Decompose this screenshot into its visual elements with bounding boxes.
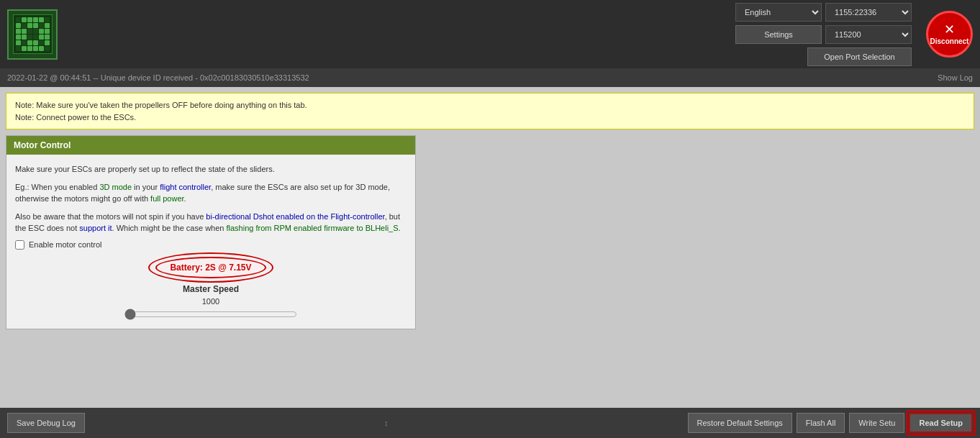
- description1: Make sure your ESCs are properly set up …: [15, 163, 407, 175]
- save-debug-button[interactable]: Save Debug Log: [7, 413, 85, 433]
- enable-motor-label: Enable motor control: [29, 240, 102, 249]
- flash-all-button[interactable]: Flash All: [797, 413, 845, 433]
- header-row-mid: Settings 115200: [735, 25, 912, 44]
- note-banner: Note: Make sure you've taken the propell…: [6, 93, 974, 129]
- write-setup-button[interactable]: Write Setu: [849, 413, 904, 433]
- status-message: 2022-01-22 @ 00:44:51 -- Unique device I…: [7, 73, 309, 82]
- disconnect-button[interactable]: ✕ Disconnect: [926, 11, 973, 58]
- settings-button[interactable]: Settings: [735, 25, 822, 44]
- header-row-top: English German French 1155:22336: [735, 3, 912, 22]
- restore-default-button[interactable]: Restore Default Settings: [688, 413, 792, 433]
- read-setup-container: Read Setup: [909, 413, 973, 433]
- footer-left: Save Debug Log: [7, 413, 85, 433]
- main-content: Note: Make sure you've taken the propell…: [0, 87, 980, 408]
- footer: Save Debug Log ↕ Restore Default Setting…: [0, 408, 980, 438]
- enable-motor-checkbox[interactable]: [15, 240, 24, 250]
- note-line2: Note: Connect power to the ESCs.: [15, 111, 965, 124]
- language-select[interactable]: English German French: [735, 3, 822, 22]
- footer-right: Restore Default Settings Flash All Write…: [688, 413, 973, 433]
- status-bar: 2022-01-22 @ 00:44:51 -- Unique device I…: [0, 68, 980, 87]
- panel-title: Motor Control: [14, 140, 71, 150]
- description3: Also be aware that the motors will not s…: [15, 211, 407, 234]
- disconnect-label: Disconnect: [930, 37, 969, 45]
- header-controls: English German French 1155:22336 Setting…: [735, 3, 912, 66]
- note-line1: Note: Make sure you've taken the propell…: [15, 99, 965, 111]
- battery-badge-container: Battery: 2S @ 7.15V: [155, 257, 266, 278]
- master-speed-section: Master Speed 1000: [15, 284, 407, 320]
- baud2-select[interactable]: 115200: [825, 25, 912, 44]
- desc3-text: Also be aware that the motors will not s…: [15, 212, 401, 233]
- header-row-bot: Open Port Selection: [807, 47, 912, 66]
- app-logo: [7, 9, 58, 60]
- open-port-button[interactable]: Open Port Selection: [807, 47, 912, 66]
- battery-section: Battery: 2S @ 7.15V: [15, 257, 407, 278]
- read-setup-button[interactable]: Read Setup: [909, 413, 973, 433]
- disconnect-icon: ✕: [944, 23, 955, 36]
- footer-center-icon: ↕: [384, 419, 389, 427]
- content-area: Motor Control Make sure your ESCs are pr…: [0, 135, 980, 408]
- motor-control-panel: Motor Control Make sure your ESCs are pr…: [6, 135, 416, 329]
- footer-center: ↕: [384, 419, 389, 427]
- speed-slider[interactable]: [124, 309, 297, 320]
- panel-header: Motor Control: [6, 136, 415, 155]
- panel-body: Make sure your ESCs are properly set up …: [6, 155, 415, 329]
- desc2-text: Eg.: When you enabled 3D mode in your fl…: [15, 183, 390, 204]
- description2: Eg.: When you enabled 3D mode in your fl…: [15, 181, 407, 205]
- master-speed-value: 1000: [202, 297, 219, 306]
- enable-motor-control: Enable motor control: [15, 240, 407, 250]
- baud-select[interactable]: 1155:22336: [825, 3, 912, 22]
- show-log-button[interactable]: Show Log: [938, 73, 973, 82]
- header: English German French 1155:22336 Setting…: [0, 0, 980, 68]
- master-speed-label: Master Speed: [183, 284, 239, 294]
- battery-badge: Battery: 2S @ 7.15V: [155, 257, 266, 278]
- logo-grid: [13, 14, 53, 54]
